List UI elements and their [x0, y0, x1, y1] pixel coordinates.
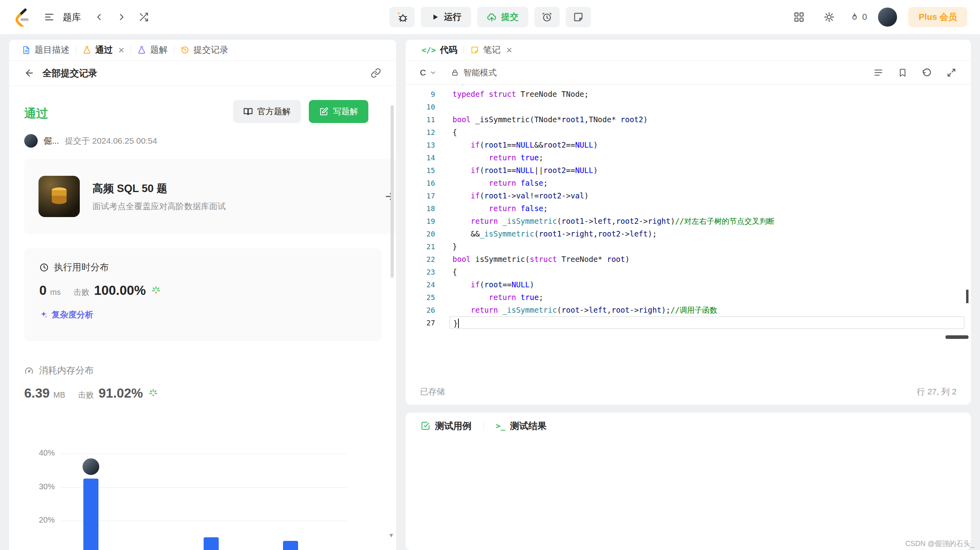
- tab-testcase[interactable]: 测试用例: [421, 420, 472, 432]
- runtime-beats-value: 100.00%: [94, 283, 146, 298]
- code-line-22[interactable]: 22bool isSymmetric(struct TreeNode* root…: [406, 253, 971, 265]
- language-selector[interactable]: C: [417, 68, 440, 77]
- code-line-25[interactable]: 25 return true;: [406, 291, 971, 304]
- code-line-10[interactable]: 10: [406, 100, 971, 113]
- complexity-analysis-link[interactable]: 复杂度分析: [39, 309, 366, 320]
- book-icon: [243, 107, 253, 116]
- tab-solutions[interactable]: 题解: [131, 44, 174, 56]
- celebrate-icon: [148, 388, 159, 399]
- tab-submissions[interactable]: 提交记录: [174, 44, 235, 56]
- code-line-13[interactable]: 13 if(root1==NULL&&root2==NULL): [406, 138, 971, 151]
- gear-icon[interactable]: [820, 8, 839, 27]
- gauge-icon: [24, 366, 34, 375]
- runtime-title: 执行用时分布: [54, 261, 109, 273]
- official-solution-button[interactable]: 官方题解: [233, 100, 301, 123]
- beaker-icon: [137, 46, 146, 54]
- code-line-9[interactable]: 9typedef struct TreeNode TNode;: [406, 88, 971, 100]
- code-line-27[interactable]: 27}: [406, 316, 971, 329]
- runtime-unit: ms: [50, 288, 61, 297]
- memory-bar-1[interactable]: [204, 537, 219, 550]
- prev-problem-icon[interactable]: [90, 8, 109, 27]
- top-bar: 题库: [0, 0, 980, 34]
- code-line-21[interactable]: 21}: [406, 240, 971, 253]
- code-line-19[interactable]: 19 return _isSymmetric(root1->left,root2…: [406, 215, 971, 227]
- fullscreen-icon[interactable]: [946, 67, 957, 78]
- smart-mode-toggle[interactable]: 智能模式: [451, 67, 497, 78]
- format-code-icon[interactable]: [873, 67, 884, 78]
- smart-mode-label: 智能模式: [463, 67, 497, 78]
- y-tick-label: 30%: [27, 482, 55, 491]
- scroll-down-icon[interactable]: ▼: [388, 532, 394, 538]
- runtime-value: 0: [39, 283, 46, 298]
- code-line-15[interactable]: 15 if(root1==NULL||root2==NULL): [406, 164, 971, 177]
- line-number: 15: [406, 166, 449, 175]
- close-icon[interactable]: ×: [506, 45, 512, 55]
- timer-button[interactable]: [534, 7, 560, 27]
- promo-subtitle: 面试考点全覆盖应对高阶数据库面试: [92, 201, 226, 212]
- tab-problem-description[interactable]: 题目描述: [15, 44, 76, 56]
- close-icon[interactable]: ×: [118, 45, 124, 55]
- left-panel: 题目描述 通过 × 题解: [9, 40, 396, 550]
- user-avatar[interactable]: [878, 8, 897, 27]
- code-line-23[interactable]: 23{: [406, 265, 971, 278]
- sticky-note-button[interactable]: [566, 7, 591, 27]
- code-line-24[interactable]: 24 if(root==NULL): [406, 278, 971, 291]
- submissions-subheader: 全部提交记录: [9, 61, 396, 86]
- back-arrow-icon[interactable]: [24, 68, 35, 78]
- tab-notes[interactable]: 笔记 ×: [464, 44, 518, 56]
- tab-test-result[interactable]: >_ 测试结果: [496, 420, 547, 432]
- memory-beats-value: 91.02%: [98, 386, 143, 401]
- bookmark-icon[interactable]: [898, 68, 907, 77]
- beats-label: 击败: [73, 287, 89, 298]
- copy-link-icon[interactable]: [371, 68, 381, 78]
- left-panel-scrollbar[interactable]: [391, 105, 394, 278]
- code-line-8[interactable]: 8 */: [406, 85, 971, 88]
- memory-distribution-chart: 40%30%20%: [27, 437, 376, 550]
- code-line-20[interactable]: 20 &&_isSymmetric(root1->right,root2->le…: [406, 227, 971, 240]
- shuffle-icon[interactable]: [134, 8, 153, 27]
- code-tag-icon: </>: [422, 45, 436, 55]
- code-line-26[interactable]: 26 return _isSymmetric(root->left,root->…: [406, 304, 971, 316]
- submit-button[interactable]: 提交: [477, 7, 528, 27]
- next-problem-icon[interactable]: [112, 8, 131, 27]
- line-number: 11: [406, 115, 449, 124]
- editor-tabs: </> 代码 笔记 ×: [406, 40, 971, 61]
- memory-section-title: 消耗内存分布: [24, 364, 94, 377]
- line-number: 22: [406, 255, 449, 263]
- layout-grid-icon[interactable]: [789, 8, 809, 27]
- run-button[interactable]: 运行: [421, 7, 471, 27]
- tab-code[interactable]: </> 代码: [415, 44, 464, 56]
- editor-panel: </> 代码 笔记 × C: [406, 40, 971, 405]
- editor-scrollbar-thumb[interactable]: [945, 335, 968, 339]
- debug-button[interactable]: [389, 7, 415, 27]
- leetcode-logo[interactable]: [13, 7, 31, 27]
- line-number: 25: [406, 293, 449, 302]
- plus-member-button[interactable]: Plus 会员: [908, 7, 967, 27]
- code-line-16[interactable]: 16 return false;: [406, 177, 971, 189]
- code-line-11[interactable]: 11bool _isSymmetric(TNode*root1,TNode* r…: [406, 113, 971, 126]
- console-tabs: 测试用例 >_ 测试结果: [406, 413, 971, 439]
- reset-code-icon[interactable]: [922, 67, 932, 78]
- tab-submission-detail[interactable]: 通过 ×: [76, 44, 131, 56]
- code-line-12[interactable]: 12{: [406, 126, 971, 138]
- code-line-17[interactable]: 17 if(root1->val!=root2->val): [406, 189, 971, 202]
- code-line-14[interactable]: 14 return true;: [406, 151, 971, 164]
- check-square-icon: [421, 421, 430, 431]
- tab-label: 代码: [440, 44, 457, 56]
- y-tick-label: 40%: [27, 448, 55, 458]
- write-solution-button[interactable]: 写题解: [309, 100, 368, 123]
- editor-status-bar: 已存储 行 27, 列 2: [406, 379, 971, 405]
- arrow-right-icon[interactable]: [384, 190, 396, 202]
- streak-counter[interactable]: 0: [850, 12, 867, 22]
- memory-bar-0[interactable]: [83, 479, 98, 550]
- sql50-promo-card[interactable]: 高频 SQL 50 题 面试考点全覆盖应对高阶数据库面试: [24, 159, 396, 234]
- code-line-18[interactable]: 18 return false;: [406, 202, 971, 215]
- problem-list-icon[interactable]: [40, 8, 59, 27]
- code-editor[interactable]: 8 */9typedef struct TreeNode TNode;1011b…: [406, 85, 971, 379]
- line-number: 13: [406, 141, 449, 149]
- chart-gridline: [61, 454, 347, 454]
- terminal-icon: >_: [496, 421, 505, 431]
- memory-bar-2[interactable]: [283, 541, 298, 550]
- nav-problem-bank[interactable]: 题库: [63, 11, 81, 23]
- chevron-down-icon: [429, 69, 437, 76]
